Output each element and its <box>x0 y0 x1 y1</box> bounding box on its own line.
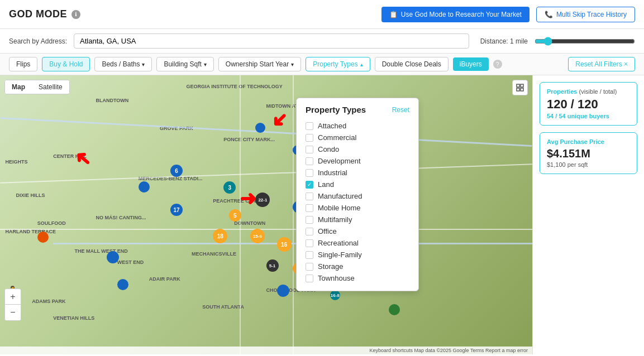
search-row: Search by Address: Distance: 1 mile <box>0 29 644 54</box>
property-types-button[interactable]: Property Types <box>306 57 370 71</box>
road-h1 <box>0 163 532 183</box>
map-marker-10[interactable]: 5 <box>229 209 241 222</box>
main-content: BLANDTOWN MIDTOWN ATLANTA DIXIE HILLS CE… <box>0 75 644 354</box>
map-marker-9[interactable]: 22-1 <box>255 193 270 207</box>
pt-reset-button[interactable]: Reset <box>392 106 409 114</box>
map-marker-6[interactable]: 18 <box>213 229 227 243</box>
pt-item-recreational[interactable]: Recreational <box>306 237 409 249</box>
god-mode-research-button[interactable]: 📋 Use God Mode to Research Your Market <box>381 7 529 22</box>
ibuyers-help-icon[interactable]: ? <box>493 60 502 69</box>
map-marker-1[interactable]: 3 <box>223 181 236 194</box>
pt-checkbox-commercial[interactable] <box>306 134 313 142</box>
pt-checkbox-land[interactable]: ✓ <box>306 181 313 189</box>
pt-header: Property Types Reset <box>306 105 409 114</box>
map-marker-17[interactable] <box>117 279 128 290</box>
ibuyers-button[interactable]: iBuyers <box>453 57 489 71</box>
distance-label: Distance: 1 mile <box>480 37 528 45</box>
pt-item-storage[interactable]: Storage <box>306 261 409 272</box>
distance-slider[interactable] <box>535 37 635 46</box>
svg-rect-2 <box>517 88 519 91</box>
pt-checkbox-multifamily[interactable] <box>306 216 313 224</box>
skip-trace-button[interactable]: 📞 Multi Skip Trace History <box>536 7 635 22</box>
pt-item-mobile-home[interactable]: Mobile Home <box>306 202 409 214</box>
area-label-south-atlanta: SOUTH ATLANTA <box>202 304 244 310</box>
page-title: GOD MODE <box>9 8 67 20</box>
pt-label-storage: Storage <box>318 262 344 271</box>
properties-value: 120 / 120 <box>547 97 630 112</box>
map-marker-15[interactable] <box>37 232 49 243</box>
building-sqft-button[interactable]: Building Sqft <box>156 57 213 71</box>
pt-checkbox-single-family[interactable] <box>306 251 313 259</box>
pt-item-industrial[interactable]: Industrial <box>306 167 409 179</box>
properties-label: Properties (visible / total) <box>547 88 630 95</box>
map-marker-7[interactable]: 15-6 <box>250 229 265 243</box>
zoom-in-button[interactable]: + <box>5 289 21 305</box>
pt-item-commercial[interactable]: Commercial <box>306 132 409 143</box>
map-marker-21[interactable] <box>389 304 400 315</box>
map-marker-18[interactable] <box>139 181 150 193</box>
map-marker-20[interactable]: 16-8 <box>330 290 340 300</box>
pt-item-manufactured[interactable]: Manufactured <box>306 190 409 202</box>
zoom-out-button[interactable]: − <box>5 305 21 320</box>
avg-price-label: Avg Purchase Price <box>547 138 630 145</box>
road-h2 <box>0 229 532 230</box>
map-marker-16[interactable] <box>107 251 119 263</box>
area-label-adair-park: ADAIR PARK <box>149 276 180 282</box>
pt-checkbox-industrial[interactable] <box>306 169 313 177</box>
pt-checkbox-condo[interactable] <box>306 146 313 153</box>
pt-label-development: Development <box>318 157 361 165</box>
pt-checkbox-townhouse[interactable] <box>306 275 313 282</box>
pt-item-attached[interactable]: Attached <box>306 120 409 132</box>
zoom-controls: + − <box>4 288 21 321</box>
pt-checkbox-mobile-home[interactable] <box>306 204 313 212</box>
double-close-button[interactable]: Double Close Deals <box>375 57 449 71</box>
header-right: 📋 Use God Mode to Research Your Market 📞… <box>381 7 635 22</box>
svg-rect-0 <box>517 84 519 87</box>
map-marker-14[interactable] <box>277 285 289 297</box>
unique-buyers: 54 / 54 unique buyers <box>547 113 630 119</box>
expand-icon[interactable] <box>512 80 528 95</box>
flips-button[interactable]: Flips <box>9 57 37 71</box>
svg-rect-3 <box>521 88 523 91</box>
map-type-satellite-button[interactable]: Satellite <box>32 80 69 94</box>
pt-item-office[interactable]: Office <box>306 225 409 237</box>
pt-checkbox-storage[interactable] <box>306 263 313 271</box>
pt-checkbox-recreational[interactable] <box>306 239 313 247</box>
area-label-west-end: WEST END <box>117 259 144 265</box>
pt-item-single-family[interactable]: Single-Family <box>306 249 409 261</box>
map-marker-2[interactable]: 6 <box>170 165 183 177</box>
properties-card: Properties (visible / total) 120 / 120 5… <box>540 82 637 126</box>
road-v2 <box>293 75 294 354</box>
search-label: Search by Address: <box>9 37 67 45</box>
buy-hold-button[interactable]: Buy & Hold <box>42 57 90 71</box>
avg-price-card: Avg Purchase Price $4.151M $1,100 per sq… <box>540 132 637 174</box>
map-marker-12[interactable]: 5-1 <box>266 259 279 272</box>
pt-label-manufactured: Manufactured <box>318 192 362 200</box>
search-input[interactable] <box>74 33 469 49</box>
pt-item-multifamily[interactable]: Multifamily <box>306 214 409 225</box>
map-marker-11[interactable]: 17 <box>170 204 183 216</box>
area-label-ponce: Ponce City Mark... <box>223 137 275 142</box>
area-label-venetian: VENETIAN HILLS <box>53 315 94 321</box>
map-marker-8[interactable]: 16 <box>277 237 292 252</box>
map-area[interactable]: BLANDTOWN MIDTOWN ATLANTA DIXIE HILLS CE… <box>0 75 532 354</box>
pt-checkbox-development[interactable] <box>306 157 313 165</box>
pt-checkbox-office[interactable] <box>306 228 313 235</box>
pt-checkbox-attached[interactable] <box>306 122 313 130</box>
map-type-map-button[interactable]: Map <box>5 80 32 94</box>
pt-label-recreational: Recreational <box>318 239 359 247</box>
beds-baths-button[interactable]: Beds / Baths <box>94 57 152 71</box>
pt-item-development[interactable]: Development <box>306 155 409 167</box>
pt-label-commercial: Commercial <box>318 133 356 142</box>
info-icon[interactable]: ℹ <box>71 10 80 19</box>
ownership-year-button[interactable]: Ownership Start Year <box>218 57 301 71</box>
pt-item-condo[interactable]: Condo <box>306 143 409 155</box>
map-background: BLANDTOWN MIDTOWN ATLANTA DIXIE HILLS CE… <box>0 75 532 354</box>
reset-all-button[interactable]: Reset All Filters × <box>568 57 635 71</box>
pt-item-land[interactable]: ✓Land <box>306 179 409 190</box>
pt-checkbox-manufactured[interactable] <box>306 193 313 200</box>
avg-price-value: $4.151M <box>547 147 630 160</box>
area-label-no-mas: No Más! Canting... <box>96 215 146 220</box>
pt-item-townhouse[interactable]: Townhouse <box>306 272 409 284</box>
pt-label-office: Office <box>318 227 337 235</box>
